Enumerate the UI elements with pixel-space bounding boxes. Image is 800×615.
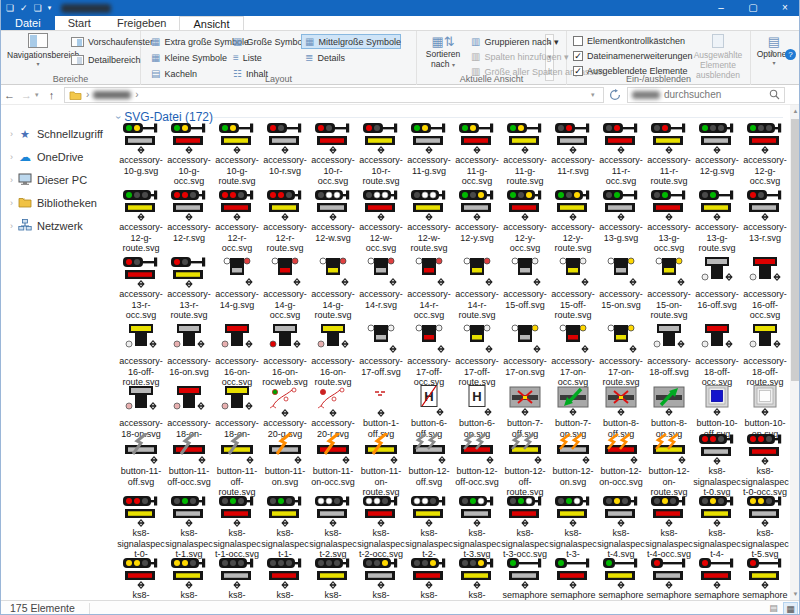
file-cell[interactable]: ks8-signalaspect-7.svg	[357, 557, 405, 600]
file-cell[interactable]: accessory-12-y-route.svg	[549, 189, 597, 254]
expand-chevron-icon[interactable]: ›	[10, 198, 13, 208]
sidebar-item-netzwerk[interactable]: ›Netzwerk	[1, 217, 113, 235]
file-cell[interactable]: semaphore-g-occ.svg	[549, 557, 597, 600]
file-cell[interactable]: accessory-16-on-route.svg	[309, 323, 357, 388]
file-cell[interactable]: accessory-15-off-route.svg	[549, 256, 597, 321]
file-cell[interactable]: accessory-10-r-occ.svg	[309, 122, 357, 187]
expand-chevron-icon[interactable]: ›	[10, 221, 13, 231]
address-box[interactable]: › › ▾	[64, 87, 604, 103]
file-cell[interactable]: ks8-signalaspect-4-occ.svg	[645, 495, 693, 562]
file-cell[interactable]: button-11-on.svg	[261, 433, 309, 498]
minimize-button[interactable]: –	[705, 0, 737, 16]
file-cell[interactable]: ks8-signalaspect-6.svg	[213, 557, 261, 600]
file-cell[interactable]: accessory-14-g.svg	[213, 256, 261, 321]
file-cell[interactable]: accessory-14-r-occ.svg	[405, 256, 453, 321]
collapse-ribbon-icon[interactable]: ∧	[769, 48, 776, 58]
file-cell[interactable]: accessory-10-r-route.svg	[357, 122, 405, 187]
file-cell[interactable]: ks8-signalaspect-4.svg	[597, 495, 645, 562]
qat-dropdown-icon[interactable]: ▾	[48, 0, 52, 16]
layout-option-gro-e-symbole[interactable]: ▦Große Symbole	[229, 34, 301, 49]
file-cell[interactable]: button-12-on.svg	[549, 433, 597, 498]
scroll-up-icon[interactable]: ▲	[790, 105, 800, 117]
checkbox-checked-icon[interactable]: ✓	[573, 51, 583, 61]
file-cell[interactable]: accessory-12-w-occ.svg	[357, 189, 405, 254]
address-dropdown-icon[interactable]: ▾	[591, 91, 599, 99]
file-cell[interactable]: accessory-18-off-route.svg	[741, 323, 789, 388]
file-cell[interactable]: ks8-signalaspect-3.svg	[453, 495, 501, 562]
file-cell[interactable]: accessory-13-g.svg	[597, 189, 645, 254]
search-input[interactable]: durchsuchen	[627, 87, 785, 103]
file-cell[interactable]: accessory-12-w.svg	[309, 189, 357, 254]
file-cell[interactable]: accessory-10-g.svg	[117, 122, 165, 187]
layout-option-extra-gro-e-symbole[interactable]: ▦Extra große Symbole	[147, 34, 229, 49]
file-cell[interactable]: accessory-11-g-route.svg	[501, 122, 549, 187]
vertical-scrollbar[interactable]: ▲ ▼	[790, 105, 800, 600]
file-cell[interactable]: button-11-on-route.svg	[357, 433, 405, 498]
file-cell[interactable]: accessory-18-off.svg	[645, 323, 693, 388]
file-cell[interactable]: accessory-15-on.svg	[597, 256, 645, 321]
layout-option-liste[interactable]: ≡Liste	[229, 50, 301, 65]
file-cell[interactable]: accessory-16-off-occ.svg	[741, 256, 789, 321]
tab-ansicht[interactable]: Ansicht	[179, 16, 243, 30]
file-cell[interactable]: accessory-17-off-occ.svg	[405, 323, 453, 388]
file-cell[interactable]: accessory-18-off-occ.svg	[693, 323, 741, 388]
file-cell[interactable]: semaphore-g.svg	[501, 557, 549, 600]
view-option-1[interactable]: ▥Spalten hinzufügen ▾	[471, 51, 569, 62]
file-cell[interactable]: ks8-signalaspect-7-occ.svg	[405, 557, 453, 600]
forward-button[interactable]: →	[18, 89, 35, 101]
file-cell[interactable]: button-12-off-route.svg	[501, 433, 549, 498]
file-cell[interactable]: ks8-signalaspect-7-route.svg	[453, 557, 501, 600]
file-cell[interactable]: accessory-11-r-route.svg	[645, 122, 693, 187]
help-icon[interactable]: ?	[785, 49, 796, 60]
file-cell[interactable]: accessory-17-off-route.svg	[453, 323, 501, 388]
file-cell[interactable]: ks8-signalaspect-6-occ.svg	[261, 557, 309, 600]
file-cell[interactable]: accessory-12-g.svg	[693, 122, 741, 187]
file-cell[interactable]: button-12-off.svg	[405, 433, 453, 498]
tab-start[interactable]: Start	[55, 16, 104, 30]
icons-view-button[interactable]: ▦	[783, 602, 798, 615]
file-cell[interactable]: ks8-signalaspect-0-route.svg	[117, 495, 165, 562]
file-cell[interactable]: accessory-15-off.svg	[501, 256, 549, 321]
file-cell[interactable]: accessory-12-r.svg	[165, 189, 213, 254]
file-cell[interactable]: accessory-12-w-route.svg	[405, 189, 453, 254]
file-cell[interactable]: accessory-14-r.svg	[357, 256, 405, 321]
file-cell[interactable]: accessory-16-on.svg	[165, 323, 213, 388]
file-cell[interactable]: accessory-13-g-occ.svg	[645, 189, 693, 254]
checkbox-elementkontrollk-stchen[interactable]: Elementkontrollkästchen	[573, 36, 685, 46]
maximize-button[interactable]: ▢	[737, 0, 769, 16]
file-cell[interactable]: ks8-signalaspect-0.svg	[693, 433, 741, 498]
expand-chevron-icon[interactable]: ›	[10, 175, 13, 185]
file-cell[interactable]: ks8-signalaspect-5-occ.svg	[117, 557, 165, 600]
file-cell[interactable]: accessory-17-off.svg	[357, 323, 405, 388]
file-cell[interactable]: semaphore-g-route.svg	[597, 557, 645, 600]
file-cell[interactable]: accessory-14-g-route.svg	[309, 256, 357, 321]
refresh-icon[interactable]	[609, 89, 621, 101]
sidebar-item-schnellzugriff[interactable]: ›★Schnellzugriff	[1, 125, 113, 143]
file-cell[interactable]: accessory-17-on-occ.svg	[549, 323, 597, 388]
file-cell[interactable]: ks8-signalaspect-2-route.svg	[405, 495, 453, 562]
view-option-0[interactable]: ▥Gruppieren nach ▾	[471, 36, 559, 47]
file-cell[interactable]: semaphore-r.svg	[645, 557, 693, 600]
layout-option-details[interactable]: ≣Details	[301, 50, 401, 65]
group-collapse-icon[interactable]: ›	[113, 115, 124, 118]
file-cell[interactable]: button-12-off-occ.svg	[453, 433, 501, 498]
file-cell[interactable]: accessory-11-r-occ.svg	[597, 122, 645, 187]
file-cell[interactable]: button-11-off.svg	[117, 433, 165, 498]
layout-option-kleine-symbole[interactable]: ▦Kleine Symbole	[147, 50, 229, 65]
history-dropdown-icon[interactable]: ▾	[35, 91, 43, 99]
folder-icon[interactable]: ❏	[34, 0, 42, 16]
file-cell[interactable]: accessory-15-on-route.svg	[645, 256, 693, 321]
file-cell[interactable]: accessory-12-r-route.svg	[261, 189, 309, 254]
file-cell[interactable]: ks8-signalaspect-1-occ.svg	[213, 495, 261, 562]
close-button[interactable]: ×	[769, 0, 800, 16]
details-pane-button[interactable]: Detailbereich	[71, 55, 141, 65]
explorer-folder-icon[interactable]: ❏	[6, 0, 14, 16]
title-bar[interactable]: ❏ ✓ ❏ ▾ – ▢ ×	[1, 0, 800, 16]
file-cell[interactable]: button-12-on-route.svg	[645, 433, 693, 498]
scroll-down-icon[interactable]: ▼	[790, 588, 800, 600]
file-cell[interactable]: accessory-13-r-occ.svg	[117, 256, 165, 321]
sort-by-button[interactable]: ▦⇅ Sortieren nach ▾	[421, 34, 465, 69]
file-cell[interactable]: ks8-signalaspect-3-route.svg	[549, 495, 597, 562]
file-cell[interactable]: ks8-signalaspect-4-route.svg	[693, 495, 741, 562]
file-cell[interactable]: accessory-12-g-route.svg	[117, 189, 165, 254]
